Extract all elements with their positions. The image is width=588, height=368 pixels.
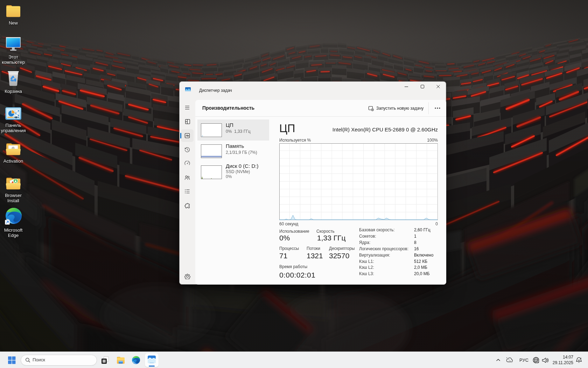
svg-text:z: z bbox=[581, 357, 582, 359]
svg-text:z: z bbox=[578, 359, 580, 362]
